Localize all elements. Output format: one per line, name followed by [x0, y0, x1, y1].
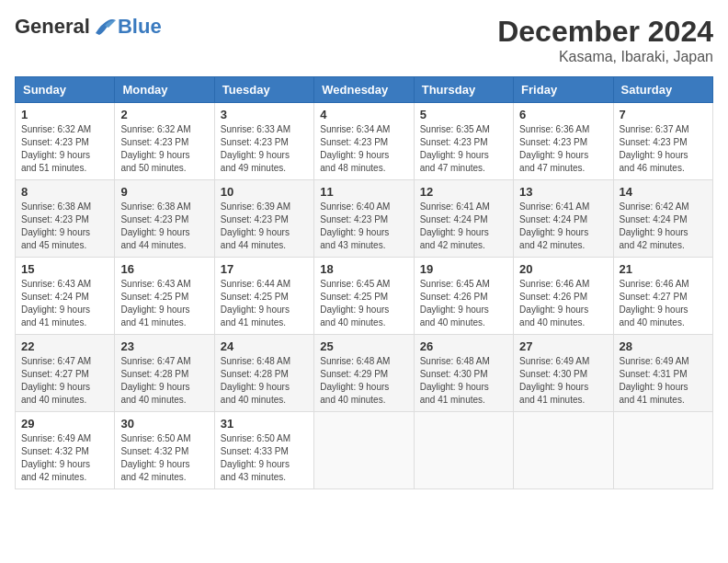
calendar-cell: 10Sunrise: 6:39 AMSunset: 4:23 PMDayligh… — [214, 180, 313, 258]
calendar-cell: 22Sunrise: 6:47 AMSunset: 4:27 PMDayligh… — [16, 335, 115, 412]
day-info: Sunrise: 6:49 AMSunset: 4:32 PMDaylight:… — [21, 432, 108, 484]
logo: General Blue — [15, 15, 162, 39]
calendar-header-row: SundayMondayTuesdayWednesdayThursdayFrid… — [16, 77, 713, 103]
calendar-cell: 8Sunrise: 6:38 AMSunset: 4:23 PMDaylight… — [16, 180, 115, 258]
day-info: Sunrise: 6:34 AMSunset: 4:23 PMDaylight:… — [320, 123, 407, 175]
day-info: Sunrise: 6:43 AMSunset: 4:24 PMDaylight:… — [21, 278, 108, 329]
calendar-week-row: 15Sunrise: 6:43 AMSunset: 4:24 PMDayligh… — [16, 258, 713, 335]
calendar-cell: 19Sunrise: 6:45 AMSunset: 4:26 PMDayligh… — [414, 258, 513, 335]
calendar-cell: 25Sunrise: 6:48 AMSunset: 4:29 PMDayligh… — [314, 335, 414, 412]
day-number: 21 — [620, 262, 707, 276]
day-number: 31 — [221, 417, 308, 431]
calendar-cell: 21Sunrise: 6:46 AMSunset: 4:27 PMDayligh… — [613, 258, 712, 335]
calendar-cell — [414, 412, 513, 489]
calendar-cell — [514, 412, 613, 489]
day-number: 5 — [420, 108, 507, 121]
logo-blue-text: Blue — [118, 15, 162, 39]
day-info: Sunrise: 6:33 AMSunset: 4:23 PMDaylight:… — [221, 123, 308, 175]
calendar-week-row: 8Sunrise: 6:38 AMSunset: 4:23 PMDaylight… — [16, 180, 713, 258]
calendar-cell: 24Sunrise: 6:48 AMSunset: 4:28 PMDayligh… — [214, 335, 313, 412]
day-number: 17 — [221, 262, 308, 276]
day-number: 9 — [120, 185, 208, 199]
page-header: General Blue December 2024 Kasama, Ibara… — [15, 15, 713, 65]
calendar-cell: 4Sunrise: 6:34 AMSunset: 4:23 PMDaylight… — [314, 103, 414, 180]
day-number: 14 — [620, 185, 707, 199]
day-info: Sunrise: 6:45 AMSunset: 4:25 PMDaylight:… — [320, 278, 407, 329]
calendar-cell: 31Sunrise: 6:50 AMSunset: 4:33 PMDayligh… — [214, 412, 313, 489]
day-info: Sunrise: 6:48 AMSunset: 4:30 PMDaylight:… — [420, 355, 507, 407]
day-number: 23 — [120, 339, 208, 353]
calendar-cell: 12Sunrise: 6:41 AMSunset: 4:24 PMDayligh… — [414, 180, 513, 258]
calendar-cell: 11Sunrise: 6:40 AMSunset: 4:23 PMDayligh… — [314, 180, 414, 258]
day-info: Sunrise: 6:47 AMSunset: 4:28 PMDaylight:… — [120, 355, 208, 407]
calendar-cell: 5Sunrise: 6:35 AMSunset: 4:23 PMDaylight… — [414, 103, 513, 180]
day-info: Sunrise: 6:32 AMSunset: 4:23 PMDaylight:… — [21, 123, 108, 175]
calendar-week-row: 1Sunrise: 6:32 AMSunset: 4:23 PMDaylight… — [16, 103, 713, 180]
day-info: Sunrise: 6:44 AMSunset: 4:25 PMDaylight:… — [221, 278, 308, 329]
calendar-cell: 14Sunrise: 6:42 AMSunset: 4:24 PMDayligh… — [613, 180, 712, 258]
calendar-cell: 2Sunrise: 6:32 AMSunset: 4:23 PMDaylight… — [115, 103, 214, 180]
calendar-cell: 16Sunrise: 6:43 AMSunset: 4:25 PMDayligh… — [115, 258, 214, 335]
day-info: Sunrise: 6:43 AMSunset: 4:25 PMDaylight:… — [120, 278, 208, 329]
day-info: Sunrise: 6:48 AMSunset: 4:28 PMDaylight:… — [221, 355, 308, 407]
day-number: 30 — [120, 417, 208, 431]
calendar-cell: 1Sunrise: 6:32 AMSunset: 4:23 PMDaylight… — [16, 103, 115, 180]
day-info: Sunrise: 6:48 AMSunset: 4:29 PMDaylight:… — [320, 355, 407, 407]
weekday-header: Tuesday — [214, 77, 313, 103]
day-number: 7 — [620, 108, 707, 121]
calendar-cell: 3Sunrise: 6:33 AMSunset: 4:23 PMDaylight… — [214, 103, 313, 180]
calendar-table: SundayMondayTuesdayWednesdayThursdayFrid… — [15, 76, 713, 489]
day-number: 29 — [21, 417, 108, 431]
day-number: 6 — [519, 108, 607, 121]
day-number: 2 — [120, 108, 208, 121]
calendar-cell: 30Sunrise: 6:50 AMSunset: 4:32 PMDayligh… — [115, 412, 214, 489]
weekday-header: Monday — [115, 77, 214, 103]
day-info: Sunrise: 6:49 AMSunset: 4:31 PMDaylight:… — [620, 355, 707, 407]
day-info: Sunrise: 6:40 AMSunset: 4:23 PMDaylight:… — [320, 201, 407, 252]
day-info: Sunrise: 6:36 AMSunset: 4:23 PMDaylight:… — [519, 123, 607, 175]
day-number: 20 — [519, 262, 607, 276]
day-info: Sunrise: 6:47 AMSunset: 4:27 PMDaylight:… — [21, 355, 108, 407]
day-number: 13 — [519, 185, 607, 199]
calendar-cell: 27Sunrise: 6:49 AMSunset: 4:30 PMDayligh… — [514, 335, 613, 412]
calendar-cell: 26Sunrise: 6:48 AMSunset: 4:30 PMDayligh… — [414, 335, 513, 412]
calendar-cell: 20Sunrise: 6:46 AMSunset: 4:26 PMDayligh… — [514, 258, 613, 335]
calendar-cell: 17Sunrise: 6:44 AMSunset: 4:25 PMDayligh… — [214, 258, 313, 335]
day-number: 27 — [519, 339, 607, 353]
weekday-header: Sunday — [16, 77, 115, 103]
weekday-header: Thursday — [414, 77, 513, 103]
calendar-cell: 29Sunrise: 6:49 AMSunset: 4:32 PMDayligh… — [16, 412, 115, 489]
calendar-cell: 6Sunrise: 6:36 AMSunset: 4:23 PMDaylight… — [514, 103, 613, 180]
day-number: 22 — [21, 339, 108, 353]
weekday-header: Wednesday — [314, 77, 414, 103]
calendar-cell: 23Sunrise: 6:47 AMSunset: 4:28 PMDayligh… — [115, 335, 214, 412]
calendar-cell: 28Sunrise: 6:49 AMSunset: 4:31 PMDayligh… — [613, 335, 712, 412]
day-number: 1 — [21, 108, 108, 121]
day-number: 19 — [420, 262, 507, 276]
day-info: Sunrise: 6:39 AMSunset: 4:23 PMDaylight:… — [221, 201, 308, 252]
day-number: 28 — [620, 339, 707, 353]
day-info: Sunrise: 6:38 AMSunset: 4:23 PMDaylight:… — [120, 201, 208, 252]
calendar-cell — [314, 412, 414, 489]
day-info: Sunrise: 6:41 AMSunset: 4:24 PMDaylight:… — [420, 201, 507, 252]
day-number: 11 — [320, 185, 407, 199]
calendar-cell: 15Sunrise: 6:43 AMSunset: 4:24 PMDayligh… — [16, 258, 115, 335]
day-number: 12 — [420, 185, 507, 199]
calendar-cell: 7Sunrise: 6:37 AMSunset: 4:23 PMDaylight… — [613, 103, 712, 180]
day-number: 10 — [221, 185, 308, 199]
day-info: Sunrise: 6:45 AMSunset: 4:26 PMDaylight:… — [420, 278, 507, 329]
day-info: Sunrise: 6:42 AMSunset: 4:24 PMDaylight:… — [620, 201, 707, 252]
day-number: 8 — [21, 185, 108, 199]
calendar-cell: 18Sunrise: 6:45 AMSunset: 4:25 PMDayligh… — [314, 258, 414, 335]
day-number: 3 — [221, 108, 308, 121]
day-number: 26 — [420, 339, 507, 353]
day-info: Sunrise: 6:46 AMSunset: 4:27 PMDaylight:… — [620, 278, 707, 329]
calendar-week-row: 22Sunrise: 6:47 AMSunset: 4:27 PMDayligh… — [16, 335, 713, 412]
day-info: Sunrise: 6:49 AMSunset: 4:30 PMDaylight:… — [519, 355, 607, 407]
location-subtitle: Kasama, Ibaraki, Japan — [497, 49, 713, 65]
month-year-title: December 2024 — [497, 15, 713, 49]
calendar-week-row: 29Sunrise: 6:49 AMSunset: 4:32 PMDayligh… — [16, 412, 713, 489]
weekday-header: Saturday — [613, 77, 712, 103]
title-block: December 2024 Kasama, Ibaraki, Japan — [497, 15, 713, 65]
day-number: 16 — [120, 262, 208, 276]
